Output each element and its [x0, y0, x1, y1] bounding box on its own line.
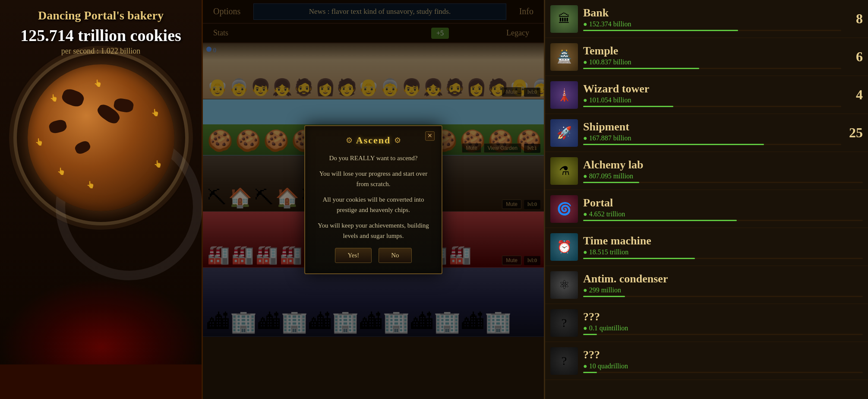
middle-panel: Options News : flavor text kind of unsav… — [203, 0, 544, 399]
dialog-buttons: Yes! No — [316, 248, 431, 263]
building-icon: 🏯 — [550, 43, 578, 71]
dialog-titlebar: ⚙ Ascend ⚙ ✕ — [316, 135, 431, 146]
dialog-line4: You will keep your achievements, buildin… — [316, 220, 431, 241]
left-panel: Dancing Portal's bakery 125.714 trillion… — [0, 0, 203, 399]
building-progress-bar — [583, 106, 841, 107]
building-item[interactable]: ? ??? ● 10 quadrillion — [545, 342, 868, 380]
building-progress-fill — [583, 144, 764, 145]
building-item[interactable]: ⚛ Antim. condenser ● 299 million — [545, 266, 868, 304]
building-name: Bank — [583, 6, 841, 19]
building-count: 8 — [841, 11, 863, 27]
building-progress-bar — [583, 144, 841, 145]
building-icon: ⚛ — [550, 271, 578, 299]
building-progress-fill — [583, 106, 673, 107]
building-amount: ● 167.887 billion — [583, 134, 841, 142]
dialog-title-icon-right: ⚙ — [394, 136, 401, 145]
building-amount: ● 152.374 billion — [583, 20, 841, 28]
dialog-line1: Do you REALLY want to ascend? — [316, 153, 431, 163]
building-name: Portal — [583, 196, 863, 209]
right-panel: 🏛 Bank ● 152.374 billion 8 🏯 Temple ● 10… — [544, 0, 868, 399]
building-item[interactable]: 🏛 Bank ● 152.374 billion 8 — [545, 0, 868, 38]
building-name: Wizard tower — [583, 82, 841, 95]
building-info: Wizard tower ● 101.054 billion — [583, 82, 841, 107]
building-progress-bar — [583, 182, 863, 183]
dialog-title: Ascend — [356, 135, 391, 146]
building-icon: 🚀 — [550, 119, 578, 147]
cookie-chip — [73, 139, 92, 155]
building-progress-bar — [583, 68, 841, 69]
building-count: 6 — [841, 49, 863, 65]
building-progress-bar — [583, 258, 863, 259]
dialog-body: Do you REALLY want to ascend? You will l… — [316, 153, 431, 241]
cursor-hand: 👆 — [86, 180, 95, 189]
building-amount: ● 0.1 quintillion — [583, 324, 863, 332]
building-info: Bank ● 152.374 billion — [583, 6, 841, 31]
dialog-overlay: ⚙ Ascend ⚙ ✕ Do you REALLY want to ascen… — [203, 0, 544, 399]
cookie-chip — [60, 87, 85, 109]
building-info: Portal ● 4.652 trillion — [583, 196, 863, 221]
ascend-yes-button[interactable]: Yes! — [335, 248, 372, 263]
building-info: Shipment ● 167.887 billion — [583, 120, 841, 145]
building-icon: ⏰ — [550, 233, 578, 261]
building-progress-bar — [583, 372, 863, 373]
building-amount: ● 101.054 billion — [583, 96, 841, 104]
building-icon: ? — [550, 347, 578, 375]
building-item[interactable]: 🏯 Temple ● 100.837 billion 6 — [545, 38, 868, 76]
building-name: Shipment — [583, 120, 841, 133]
dialog-close-button[interactable]: ✕ — [425, 131, 435, 141]
building-icon: ? — [550, 309, 578, 337]
building-item[interactable]: ? ??? ● 0.1 quintillion — [545, 304, 868, 342]
building-icon: 🗼 — [550, 81, 578, 109]
building-name: ??? — [583, 348, 863, 361]
big-cookie[interactable]: 👆 👆 👆 👆 👆 👆 👆 — [28, 64, 174, 211]
building-info: Alchemy lab ● 807.095 million — [583, 158, 863, 183]
building-info: ??? ● 0.1 quintillion — [583, 310, 863, 335]
building-amount: ● 18.515 trillion — [583, 248, 863, 256]
building-item[interactable]: 🗼 Wizard tower ● 101.054 billion 4 — [545, 76, 868, 114]
cursor-hand: 👆 — [35, 138, 44, 146]
cursor-hand: 👆 — [151, 108, 160, 117]
building-progress-fill — [583, 68, 699, 69]
building-amount: ● 4.652 trillion — [583, 210, 863, 218]
building-name: Alchemy lab — [583, 158, 863, 171]
building-amount: ● 100.837 billion — [583, 58, 841, 66]
building-icon: ⚗ — [550, 157, 578, 185]
building-progress-bar — [583, 296, 863, 297]
building-progress-fill — [583, 372, 597, 373]
building-progress-fill — [583, 220, 737, 221]
dialog-line3: All your cookies will be converted into … — [316, 194, 431, 215]
cookie-wrapper: 👆 👆 👆 👆 👆 👆 👆 — [28, 64, 174, 211]
left-bg-glow — [0, 278, 203, 364]
cookie-chip — [48, 118, 68, 134]
building-progress-fill — [583, 30, 738, 31]
building-info: Temple ● 100.837 billion — [583, 44, 841, 69]
building-progress-bar — [583, 334, 863, 335]
building-item[interactable]: ⚗ Alchemy lab ● 807.095 million — [545, 152, 868, 190]
building-name: Temple — [583, 44, 841, 57]
building-progress-bar — [583, 30, 841, 31]
building-count: 25 — [841, 125, 863, 141]
building-item[interactable]: 🚀 Shipment ● 167.887 billion 25 — [545, 114, 868, 152]
building-item[interactable]: 🌀 Portal ● 4.652 trillion — [545, 190, 868, 228]
building-progress-bar — [583, 220, 863, 221]
building-amount: ● 299 million — [583, 286, 863, 294]
building-item[interactable]: ⏰ Time machine ● 18.515 trillion — [545, 228, 868, 266]
ascend-no-button[interactable]: No — [379, 248, 411, 263]
cursor-hand: 👆 — [50, 94, 58, 102]
bakery-name: Dancing Portal's bakery — [38, 9, 164, 22]
building-amount: ● 10 quadrillion — [583, 362, 863, 370]
building-info: Antim. condenser ● 299 million — [583, 272, 863, 297]
ascend-dialog: ⚙ Ascend ⚙ ✕ Do you REALLY want to ascen… — [304, 125, 442, 274]
left-bottom-bar — [0, 364, 202, 399]
building-progress-fill — [583, 334, 597, 335]
dialog-title-icon-left: ⚙ — [346, 136, 353, 145]
building-name: ??? — [583, 310, 863, 323]
building-progress-fill — [583, 258, 695, 259]
cookie-count: 125.714 trillion cookies — [20, 26, 181, 45]
cursor-hand: 👆 — [57, 167, 66, 176]
building-progress-fill — [583, 182, 639, 183]
building-progress-fill — [583, 296, 625, 297]
building-icon: 🏛 — [550, 5, 578, 33]
building-name: Time machine — [583, 234, 863, 247]
building-icon: 🌀 — [550, 195, 578, 223]
